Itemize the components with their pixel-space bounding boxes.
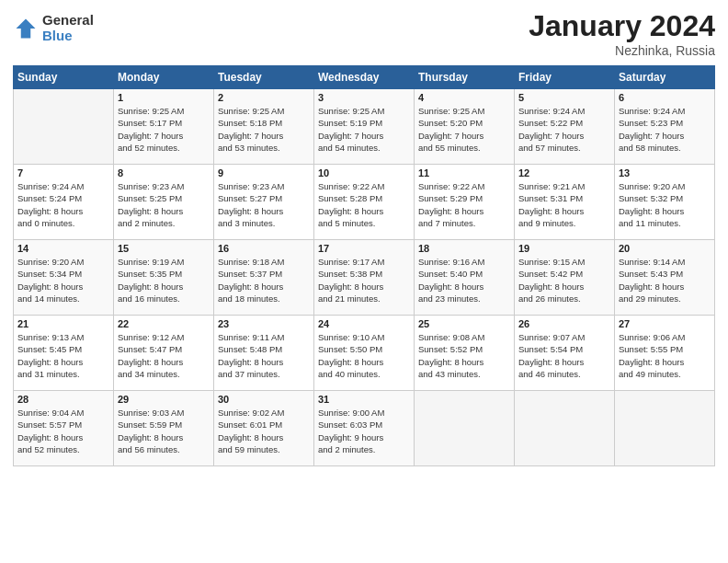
col-thursday: Thursday — [415, 66, 515, 89]
cell-w4-d5: 25Sunrise: 9:08 AMSunset: 5:52 PMDayligh… — [415, 316, 515, 391]
day-info-5: Sunrise: 9:24 AMSunset: 5:22 PMDaylight:… — [518, 105, 610, 154]
day-number-10: 10 — [318, 167, 410, 178]
col-saturday: Saturday — [615, 66, 715, 89]
day-number-14: 14 — [17, 243, 109, 254]
day-number-7: 7 — [17, 167, 109, 178]
cell-w3-d7: 20Sunrise: 9:14 AMSunset: 5:43 PMDayligh… — [615, 240, 715, 316]
day-info-16: Sunrise: 9:18 AMSunset: 5:37 PMDaylight:… — [218, 256, 310, 304]
cell-w1-d2: 1Sunrise: 9:25 AMSunset: 5:17 PMDaylight… — [114, 89, 214, 165]
cell-w2-d5: 11Sunrise: 9:22 AMSunset: 5:29 PMDayligh… — [415, 165, 515, 240]
cell-w5-d5 — [415, 391, 515, 466]
col-tuesday: Tuesday — [214, 66, 314, 89]
col-monday: Monday — [114, 66, 214, 89]
day-number-30: 30 — [218, 394, 310, 405]
cell-w4-d1: 21Sunrise: 9:13 AMSunset: 5:45 PMDayligh… — [14, 316, 114, 391]
day-number-12: 12 — [518, 167, 610, 178]
cell-w3-d5: 18Sunrise: 9:16 AMSunset: 5:40 PMDayligh… — [415, 240, 515, 316]
svg-marker-0 — [17, 18, 36, 38]
day-info-15: Sunrise: 9:19 AMSunset: 5:35 PMDaylight:… — [118, 256, 210, 304]
day-info-9: Sunrise: 9:23 AMSunset: 5:27 PMDaylight:… — [218, 180, 310, 229]
week-row-4: 21Sunrise: 9:13 AMSunset: 5:45 PMDayligh… — [14, 316, 715, 391]
cell-w2-d7: 13Sunrise: 9:20 AMSunset: 5:32 PMDayligh… — [615, 165, 715, 240]
cell-w1-d1 — [14, 89, 114, 165]
day-info-10: Sunrise: 9:22 AMSunset: 5:28 PMDaylight:… — [318, 180, 410, 229]
day-number-23: 23 — [218, 318, 310, 329]
day-info-17: Sunrise: 9:17 AMSunset: 5:38 PMDaylight:… — [318, 256, 410, 304]
day-info-14: Sunrise: 9:20 AMSunset: 5:34 PMDaylight:… — [17, 256, 109, 304]
day-info-6: Sunrise: 9:24 AMSunset: 5:23 PMDaylight:… — [619, 105, 711, 154]
cell-w3-d6: 19Sunrise: 9:15 AMSunset: 5:42 PMDayligh… — [515, 240, 615, 316]
cell-w5-d2: 29Sunrise: 9:03 AMSunset: 5:59 PMDayligh… — [114, 391, 214, 466]
day-number-28: 28 — [17, 394, 109, 405]
day-info-7: Sunrise: 9:24 AMSunset: 5:24 PMDaylight:… — [17, 180, 109, 229]
day-number-31: 31 — [318, 394, 410, 405]
day-info-24: Sunrise: 9:10 AMSunset: 5:50 PMDaylight:… — [318, 331, 410, 380]
day-number-22: 22 — [118, 318, 210, 329]
day-info-21: Sunrise: 9:13 AMSunset: 5:45 PMDaylight:… — [17, 331, 109, 380]
cell-w1-d3: 2Sunrise: 9:25 AMSunset: 5:18 PMDaylight… — [214, 89, 314, 165]
cell-w1-d4: 3Sunrise: 9:25 AMSunset: 5:19 PMDaylight… — [314, 89, 415, 165]
day-info-22: Sunrise: 9:12 AMSunset: 5:47 PMDaylight:… — [118, 331, 210, 380]
cell-w5-d4: 31Sunrise: 9:00 AMSunset: 6:03 PMDayligh… — [314, 391, 415, 466]
day-number-15: 15 — [118, 243, 210, 254]
col-wednesday: Wednesday — [314, 66, 415, 89]
day-number-25: 25 — [418, 318, 510, 329]
col-sunday: Sunday — [14, 66, 114, 89]
cell-w1-d5: 4Sunrise: 9:25 AMSunset: 5:20 PMDaylight… — [415, 89, 515, 165]
day-number-2: 2 — [218, 92, 310, 103]
cell-w5-d1: 28Sunrise: 9:04 AMSunset: 5:57 PMDayligh… — [14, 391, 114, 466]
day-info-12: Sunrise: 9:21 AMSunset: 5:31 PMDaylight:… — [518, 180, 610, 229]
cell-w4-d2: 22Sunrise: 9:12 AMSunset: 5:47 PMDayligh… — [114, 316, 214, 391]
cell-w3-d3: 16Sunrise: 9:18 AMSunset: 5:37 PMDayligh… — [214, 240, 314, 316]
day-info-27: Sunrise: 9:06 AMSunset: 5:55 PMDaylight:… — [619, 331, 711, 380]
cell-w5-d3: 30Sunrise: 9:02 AMSunset: 6:01 PMDayligh… — [214, 391, 314, 466]
calendar-header: Sunday Monday Tuesday Wednesday Thursday… — [14, 66, 715, 89]
subtitle: Nezhinka, Russia — [529, 43, 715, 58]
cell-w2-d3: 9Sunrise: 9:23 AMSunset: 5:27 PMDaylight… — [214, 165, 314, 240]
day-info-28: Sunrise: 9:04 AMSunset: 5:57 PMDaylight:… — [17, 407, 109, 455]
day-number-5: 5 — [518, 92, 610, 103]
day-number-4: 4 — [418, 92, 510, 103]
logo-icon — [13, 16, 39, 41]
day-number-20: 20 — [619, 243, 711, 254]
cell-w1-d6: 5Sunrise: 9:24 AMSunset: 5:22 PMDaylight… — [515, 89, 615, 165]
cell-w3-d4: 17Sunrise: 9:17 AMSunset: 5:38 PMDayligh… — [314, 240, 415, 316]
day-info-18: Sunrise: 9:16 AMSunset: 5:40 PMDaylight:… — [418, 256, 510, 304]
day-number-13: 13 — [619, 167, 711, 178]
day-number-17: 17 — [318, 243, 410, 254]
cell-w4-d3: 23Sunrise: 9:11 AMSunset: 5:48 PMDayligh… — [214, 316, 314, 391]
header: General Blue January 2024 Nezhinka, Russ… — [13, 9, 715, 58]
day-info-25: Sunrise: 9:08 AMSunset: 5:52 PMDaylight:… — [418, 331, 510, 380]
week-row-1: 1Sunrise: 9:25 AMSunset: 5:17 PMDaylight… — [14, 89, 715, 165]
cell-w3-d1: 14Sunrise: 9:20 AMSunset: 5:34 PMDayligh… — [14, 240, 114, 316]
page: General Blue January 2024 Nezhinka, Russ… — [0, 0, 728, 563]
cell-w4-d6: 26Sunrise: 9:07 AMSunset: 5:54 PMDayligh… — [515, 316, 615, 391]
calendar: Sunday Monday Tuesday Wednesday Thursday… — [13, 65, 715, 466]
cell-w1-d7: 6Sunrise: 9:24 AMSunset: 5:23 PMDaylight… — [615, 89, 715, 165]
cell-w5-d7 — [615, 391, 715, 466]
day-info-23: Sunrise: 9:11 AMSunset: 5:48 PMDaylight:… — [218, 331, 310, 380]
col-friday: Friday — [515, 66, 615, 89]
day-info-31: Sunrise: 9:00 AMSunset: 6:03 PMDaylight:… — [318, 407, 410, 455]
day-info-13: Sunrise: 9:20 AMSunset: 5:32 PMDaylight:… — [619, 180, 711, 229]
day-number-3: 3 — [318, 92, 410, 103]
day-info-8: Sunrise: 9:23 AMSunset: 5:25 PMDaylight:… — [118, 180, 210, 229]
logo: General Blue — [13, 13, 94, 43]
day-info-2: Sunrise: 9:25 AMSunset: 5:18 PMDaylight:… — [218, 105, 310, 154]
main-title: January 2024 — [529, 9, 715, 43]
cell-w2-d6: 12Sunrise: 9:21 AMSunset: 5:31 PMDayligh… — [515, 165, 615, 240]
cell-w2-d1: 7Sunrise: 9:24 AMSunset: 5:24 PMDaylight… — [14, 165, 114, 240]
cell-w3-d2: 15Sunrise: 9:19 AMSunset: 5:35 PMDayligh… — [114, 240, 214, 316]
day-info-4: Sunrise: 9:25 AMSunset: 5:20 PMDaylight:… — [418, 105, 510, 154]
day-info-19: Sunrise: 9:15 AMSunset: 5:42 PMDaylight:… — [518, 256, 610, 304]
day-number-29: 29 — [118, 394, 210, 405]
day-number-27: 27 — [619, 318, 711, 329]
day-number-19: 19 — [518, 243, 610, 254]
header-row: Sunday Monday Tuesday Wednesday Thursday… — [14, 66, 715, 89]
day-info-26: Sunrise: 9:07 AMSunset: 5:54 PMDaylight:… — [518, 331, 610, 380]
day-number-9: 9 — [218, 167, 310, 178]
day-number-1: 1 — [118, 92, 210, 103]
cell-w4-d7: 27Sunrise: 9:06 AMSunset: 5:55 PMDayligh… — [615, 316, 715, 391]
calendar-body: 1Sunrise: 9:25 AMSunset: 5:17 PMDaylight… — [14, 89, 715, 466]
day-number-8: 8 — [118, 167, 210, 178]
